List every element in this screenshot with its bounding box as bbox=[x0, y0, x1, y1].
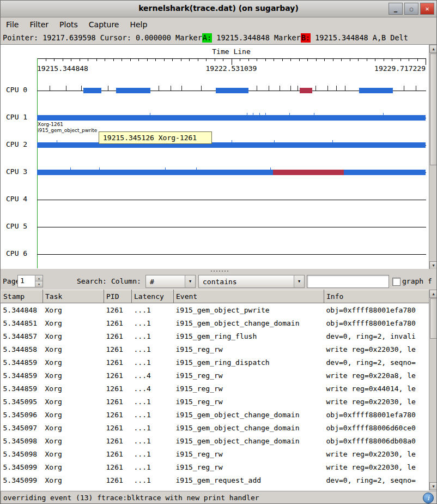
cell-4[interactable]: i915_reg_rw bbox=[174, 343, 324, 356]
cell-5[interactable]: write reg=0x22030, le bbox=[324, 395, 429, 408]
cell-3[interactable]: ...1 bbox=[132, 303, 174, 317]
table-row[interactable]: 5.345099Xorg1261...1i915_reg_rwwrite reg… bbox=[1, 460, 429, 473]
page-value[interactable]: 1 bbox=[18, 275, 35, 287]
event-tick[interactable] bbox=[416, 86, 416, 91]
cell-4[interactable]: i915_gem_object_change_domain bbox=[174, 421, 324, 434]
cell-2[interactable]: 1261 bbox=[104, 329, 132, 343]
cell-4[interactable]: i915_reg_rw bbox=[174, 369, 324, 382]
spinner-up-icon[interactable]: ▲ bbox=[35, 275, 43, 281]
cell-4[interactable]: i915_gem_ring_flush bbox=[174, 329, 324, 343]
table-row[interactable]: 5.344859Xorg1261...4i915_reg_rwwrite reg… bbox=[1, 382, 429, 395]
graph-scroll-up-icon[interactable]: ▲ bbox=[429, 45, 437, 53]
cell-1[interactable]: Xorg bbox=[43, 382, 104, 395]
titlebar[interactable]: kernelshark(trace.dat) (on sugarbay) ▁ ▢… bbox=[1, 1, 436, 17]
table-row[interactable]: 5.344857Xorg1261...1i915_gem_ring_flushd… bbox=[1, 329, 429, 343]
event-tick[interactable] bbox=[345, 86, 345, 91]
cell-3[interactable]: ...1 bbox=[132, 473, 174, 487]
table-row[interactable]: 5.345095Xorg1261...1i915_reg_rwwrite reg… bbox=[1, 395, 429, 408]
cell-4[interactable]: i915_gem_request_add bbox=[174, 473, 324, 487]
col-header-event[interactable]: Event bbox=[174, 290, 324, 303]
event-tick[interactable] bbox=[298, 86, 298, 91]
spinner-down-icon[interactable]: ▼ bbox=[35, 281, 43, 287]
cell-0[interactable]: 5.344859 bbox=[1, 369, 43, 382]
cell-2[interactable]: 1261 bbox=[104, 356, 132, 369]
cell-1[interactable]: Xorg bbox=[43, 356, 104, 369]
cell-5[interactable]: obj=0xffff88001efa780 bbox=[324, 303, 429, 317]
cell-0[interactable]: 5.344859 bbox=[1, 382, 43, 395]
cell-5[interactable]: write reg=0x22030, le bbox=[324, 447, 429, 460]
cell-2[interactable]: 1261 bbox=[104, 473, 132, 487]
cell-1[interactable]: Xorg bbox=[43, 421, 104, 434]
graph-scroll-down-icon[interactable]: ▼ bbox=[429, 261, 437, 269]
event-tick[interactable] bbox=[257, 86, 257, 91]
cell-5[interactable]: obj=0xffff88006db08a0 bbox=[324, 434, 429, 447]
table-row[interactable]: 5.344858Xorg1261...1i915_reg_rwwrite reg… bbox=[1, 343, 429, 356]
event-tick[interactable] bbox=[327, 86, 328, 91]
chevron-down-icon[interactable]: ▼ bbox=[185, 275, 195, 287]
cell-5[interactable]: dev=0, ring=2, invali bbox=[324, 329, 429, 343]
event-tick[interactable] bbox=[315, 86, 316, 91]
event-tick[interactable] bbox=[50, 86, 50, 91]
cell-2[interactable]: 1261 bbox=[104, 369, 132, 382]
table-row[interactable]: 5.345098Xorg1261...1i915_reg_rwwrite reg… bbox=[1, 447, 429, 460]
marker-a-badge[interactable]: A: bbox=[202, 33, 212, 43]
cell-1[interactable]: Xorg bbox=[43, 473, 104, 487]
cell-5[interactable]: obj=0xffff88001efa780 bbox=[324, 408, 429, 421]
cell-5[interactable]: dev=0, ring=2, seqno= bbox=[324, 356, 429, 369]
search-input[interactable] bbox=[307, 275, 389, 288]
menu-file[interactable]: File bbox=[1, 18, 24, 31]
cell-2[interactable]: 1261 bbox=[104, 395, 132, 408]
cell-5[interactable]: write reg=0x22030, le bbox=[324, 460, 429, 473]
cell-1[interactable]: Xorg bbox=[43, 395, 104, 408]
event-tick[interactable] bbox=[181, 86, 182, 91]
event-tick[interactable] bbox=[290, 86, 291, 91]
graph-scrollbar-thumb[interactable] bbox=[430, 53, 437, 165]
graph-area[interactable]: Time Line 19215.344848 19222.531039 1922… bbox=[1, 44, 437, 269]
col-header-stamp[interactable]: Stamp bbox=[1, 290, 43, 303]
event-tick[interactable] bbox=[66, 86, 66, 91]
cell-2[interactable]: 1261 bbox=[104, 460, 132, 473]
cell-1[interactable]: Xorg bbox=[43, 329, 104, 343]
cell-1[interactable]: Xorg bbox=[43, 343, 104, 356]
table-row[interactable]: 5.345098Xorg1261...1i915_gem_object_chan… bbox=[1, 434, 429, 447]
cell-4[interactable]: i915_gem_object_change_domain bbox=[174, 408, 324, 421]
minimize-button[interactable]: ▁ bbox=[389, 3, 403, 15]
table-row[interactable]: 5.345097Xorg1261...1i915_gem_object_chan… bbox=[1, 421, 429, 434]
cell-5[interactable]: write reg=0x22030, le bbox=[324, 343, 429, 356]
cell-2[interactable]: 1261 bbox=[104, 316, 132, 329]
cell-3[interactable]: ...1 bbox=[132, 421, 174, 434]
menu-plots[interactable]: Plots bbox=[54, 18, 83, 31]
cell-4[interactable]: i915_reg_rw bbox=[174, 395, 324, 408]
cell-4[interactable]: i915_reg_rw bbox=[174, 447, 324, 460]
info-icon[interactable]: i bbox=[423, 493, 434, 503]
table-row[interactable]: 5.344859Xorg1261...1i915_gem_ring_dispat… bbox=[1, 356, 429, 369]
cell-1[interactable]: Xorg bbox=[43, 460, 104, 473]
cell-5[interactable]: obj=0xffff88006d60ce0 bbox=[324, 421, 429, 434]
cell-4[interactable]: i915_reg_rw bbox=[174, 382, 324, 395]
graph-follows-checkbox[interactable] bbox=[392, 278, 400, 286]
task-bar[interactable] bbox=[37, 142, 426, 148]
cell-3[interactable]: ...1 bbox=[132, 395, 174, 408]
cell-3[interactable]: ...1 bbox=[132, 447, 174, 460]
cell-1[interactable]: Xorg bbox=[43, 447, 104, 460]
graph-vscrollbar[interactable]: ▲ ▼ bbox=[429, 45, 437, 269]
col-header-pid[interactable]: PID bbox=[104, 290, 132, 303]
cell-3[interactable]: ...1 bbox=[132, 356, 174, 369]
maximize-button[interactable]: ▢ bbox=[404, 3, 418, 15]
col-header-task[interactable]: Task bbox=[43, 290, 104, 303]
col-header-info[interactable]: Info bbox=[324, 290, 429, 303]
close-button[interactable]: ✕ bbox=[420, 3, 434, 15]
task-bar[interactable] bbox=[37, 115, 426, 121]
cell-0[interactable]: 5.344848 bbox=[1, 303, 43, 317]
cell-3[interactable]: ...4 bbox=[132, 382, 174, 395]
table-row[interactable]: 5.344859Xorg1261...4i915_reg_rwwrite reg… bbox=[1, 369, 429, 382]
event-tick[interactable] bbox=[201, 86, 202, 91]
task-bar[interactable] bbox=[116, 88, 150, 93]
cell-2[interactable]: 1261 bbox=[104, 303, 132, 317]
menu-help[interactable]: Help bbox=[124, 18, 153, 31]
marker-b-badge[interactable]: B: bbox=[301, 33, 311, 43]
cell-0[interactable]: 5.344857 bbox=[1, 329, 43, 343]
cell-4[interactable]: i915_gem_object_change_domain bbox=[174, 434, 324, 447]
cell-3[interactable]: ...1 bbox=[132, 408, 174, 421]
cell-4[interactable]: i915_reg_rw bbox=[174, 460, 324, 473]
